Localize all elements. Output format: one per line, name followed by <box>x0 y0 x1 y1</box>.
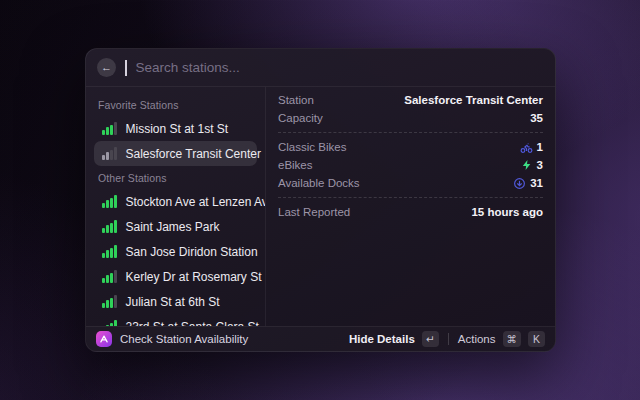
details-value: 31 <box>513 177 543 190</box>
station-list-item[interactable]: 23rd St at Santa Clara St <box>94 314 257 326</box>
station-name: Mission St at 1st St <box>126 122 229 136</box>
station-name: Saint James Park <box>126 220 220 234</box>
search-input[interactable] <box>136 60 545 75</box>
station-list-item[interactable]: Saint James Park <box>94 214 257 239</box>
back-arrow-icon: ← <box>101 62 112 73</box>
station-list-item[interactable]: Kerley Dr at Rosemary St <box>94 264 257 289</box>
details-value: 1 <box>520 141 543 154</box>
details-label: Last Reported <box>278 206 350 218</box>
arrow-down-circle-icon <box>513 177 526 190</box>
availability-bars-icon <box>102 295 117 308</box>
station-list-item[interactable]: Julian St at 6th St <box>94 289 257 314</box>
text-caret <box>125 60 127 76</box>
details-row: Capacity35 <box>278 109 543 127</box>
details-value: Salesforce Transit Center <box>404 94 543 106</box>
station-name: Salesforce Transit Center <box>126 147 261 161</box>
details-value: 15 hours ago <box>471 206 543 218</box>
availability-bars-icon <box>102 147 117 160</box>
details-label: Station <box>278 94 314 106</box>
bicycle-icon <box>520 141 533 154</box>
details-label: Available Docks <box>278 177 360 189</box>
details-divider <box>278 132 543 133</box>
availability-bars-icon <box>102 220 117 233</box>
lightning-bolt-icon <box>521 159 533 171</box>
action-bar-left: Check Station Availability <box>96 331 248 347</box>
details-row: StationSalesforce Transit Center <box>278 91 543 109</box>
details-value: 35 <box>530 112 543 124</box>
details-label: Classic Bikes <box>278 141 346 153</box>
details-value: 3 <box>521 159 543 171</box>
station-list-item[interactable]: San Jose Diridon Station <box>94 239 257 264</box>
hide-details-button[interactable]: Hide Details <box>349 333 415 345</box>
main-content: Favorite StationsMission St at 1st StSal… <box>86 87 555 326</box>
k-key-icon: K <box>528 331 545 347</box>
return-key-icon: ↵ <box>422 331 439 347</box>
section-header: Favorite Stations <box>94 93 257 116</box>
availability-bars-icon <box>102 122 117 135</box>
station-name: Julian St at 6th St <box>126 295 220 309</box>
station-list-item[interactable]: Salesforce Transit Center <box>94 141 257 166</box>
action-bar: Check Station Availability Hide Details … <box>86 326 555 351</box>
command-key-icon: ⌘ <box>503 331 522 347</box>
availability-bars-icon <box>102 195 117 208</box>
details-label: Capacity <box>278 112 323 124</box>
details-divider <box>278 197 543 198</box>
station-details: StationSalesforce Transit CenterCapacity… <box>266 87 555 326</box>
details-label: eBikes <box>278 159 313 171</box>
availability-bars-icon <box>102 245 117 258</box>
station-name: Kerley Dr at Rosemary St <box>126 270 262 284</box>
details-row: Last Reported15 hours ago <box>278 203 543 221</box>
extension-icon <box>96 331 112 347</box>
search-bar: ← <box>86 49 555 87</box>
station-list: Favorite StationsMission St at 1st StSal… <box>86 87 266 326</box>
details-row: eBikes3 <box>278 156 543 174</box>
actions-button[interactable]: Actions <box>458 333 496 345</box>
details-row: Available Docks31 <box>278 174 543 192</box>
station-list-item[interactable]: Stockton Ave at Lenzen Ave <box>94 189 257 214</box>
details-row: Classic Bikes1 <box>278 138 543 156</box>
station-name: San Jose Diridon Station <box>126 245 258 259</box>
back-button[interactable]: ← <box>97 58 116 77</box>
availability-bars-icon <box>102 270 117 283</box>
station-list-item[interactable]: Mission St at 1st St <box>94 116 257 141</box>
footer-divider <box>448 333 449 345</box>
station-name: Stockton Ave at Lenzen Ave <box>126 195 267 209</box>
command-title: Check Station Availability <box>120 333 248 345</box>
section-header: Other Stations <box>94 166 257 189</box>
launcher-window: ← Favorite StationsMission St at 1st StS… <box>85 48 556 352</box>
action-bar-right: Hide Details ↵ Actions ⌘ K <box>349 331 545 347</box>
